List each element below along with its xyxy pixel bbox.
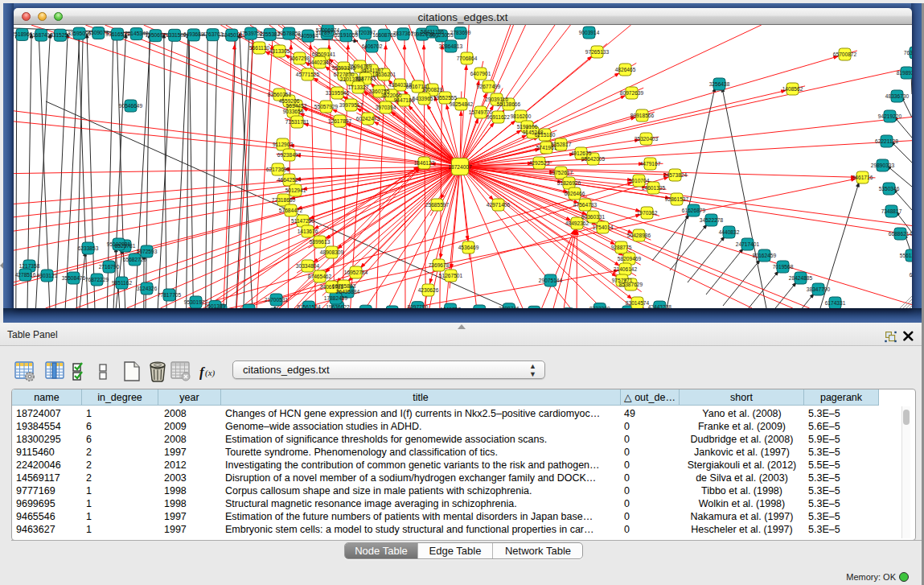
svg-text:4440832: 4440832 [719,229,740,235]
svg-text:1413676: 1413676 [298,229,318,234]
svg-text:98254842: 98254842 [450,101,474,107]
svg-text:97265133: 97265133 [585,49,610,55]
svg-text:4536469: 4536469 [458,245,479,250]
svg-text:6406702: 6406702 [362,43,383,49]
svg-text:95642005: 95642005 [581,156,606,162]
svg-text:65682720: 65682720 [123,257,147,262]
svg-text:4912675: 4912675 [571,150,592,156]
svg-text:4303121: 4303121 [37,273,58,278]
svg-text:51826926: 51826926 [557,180,581,186]
svg-text:29075144: 29075144 [539,278,563,283]
svg-text:57684472: 57684472 [279,208,303,213]
svg-text:92861537: 92861537 [665,196,689,202]
svg-text:1713327: 1713327 [348,84,369,90]
svg-text:14601335: 14601335 [642,185,666,191]
svg-text:64402340: 64402340 [308,60,332,65]
svg-text:21406142: 21406142 [614,266,638,272]
svg-text:4278516: 4278516 [15,272,36,278]
svg-text:9816200: 9816200 [511,113,532,119]
svg-text:7348817: 7348817 [881,208,902,214]
svg-text:4763703: 4763703 [203,31,224,37]
svg-text:5198106: 5198106 [517,124,538,130]
svg-text:19752617: 19752617 [549,170,573,175]
svg-text:4230626: 4230626 [418,287,439,293]
svg-text:1946757: 1946757 [440,307,461,309]
svg-text:9461716: 9461716 [852,175,873,180]
svg-text:66725883: 66725883 [332,283,356,289]
svg-text:55138666: 55138666 [497,101,521,107]
svg-text:58209469: 58209469 [618,256,642,262]
svg-text:24717401: 24717401 [736,241,760,247]
svg-text:4292523: 4292523 [529,160,550,166]
svg-text:92677499: 92677499 [477,84,501,89]
svg-text:50428986: 50428986 [627,233,651,238]
svg-text:71531781: 71531781 [285,119,310,125]
svg-text:3067298: 3067298 [290,56,310,61]
svg-text:7369678: 7369678 [429,262,450,268]
svg-text:91561534: 91561534 [297,304,321,308]
svg-text:3601389: 3601389 [205,303,226,308]
svg-text:1217358: 1217358 [19,263,40,269]
svg-text:60242473: 60242473 [356,116,380,122]
svg-text:25685597: 25685597 [425,202,450,208]
svg-text:48492362: 48492362 [565,220,589,226]
svg-text:9003914: 9003914 [579,30,600,35]
svg-text:2716790: 2716790 [99,264,120,270]
svg-text:6026466: 6026466 [565,191,585,196]
svg-text:16952784: 16952784 [344,270,368,275]
svg-text:85387629: 85387629 [619,282,643,287]
svg-text:83560351: 83560351 [268,92,292,97]
svg-text:48908309: 48908309 [320,249,344,255]
svg-text:57006974: 57006974 [316,27,340,33]
svg-text:6215180: 6215180 [535,132,556,138]
svg-text:3124326: 3124326 [137,286,158,291]
svg-text:95102931: 95102931 [107,241,131,247]
svg-text:6407901: 6407901 [470,71,491,76]
svg-text:35320403: 35320403 [634,136,659,142]
svg-text:59182411: 59182411 [237,307,261,308]
svg-text:18724007: 18724007 [448,164,472,170]
svg-text:4313305: 4313305 [269,48,290,54]
svg-text:5634452: 5634452 [286,103,307,109]
svg-text:42971406: 42971406 [487,202,511,208]
svg-text:6174331: 6174331 [825,300,846,306]
svg-text:21700531: 21700531 [265,297,289,303]
svg-text:(x): (x) [205,368,216,378]
svg-text:29890333: 29890333 [871,163,895,168]
svg-text:5186316: 5186316 [469,308,490,309]
svg-text:19552555: 19552555 [433,95,458,101]
svg-text:5012941: 5012941 [285,187,306,193]
svg-text:76385021: 76385021 [904,50,912,56]
svg-text:3000828: 3000828 [422,87,443,93]
svg-text:3970394: 3970394 [376,105,396,110]
svg-text:1408562: 1408562 [782,86,803,92]
svg-text:55057929: 55057929 [314,104,339,109]
svg-text:1754014: 1754014 [593,225,614,230]
svg-text:90546649: 90546649 [119,103,143,109]
svg-text:5672593: 5672593 [137,249,158,254]
svg-text:9851162: 9851162 [112,280,133,286]
svg-text:38347790: 38347790 [807,286,831,292]
svg-text:65700872: 65700872 [833,51,857,57]
svg-text:4559206: 4559206 [279,98,300,104]
svg-text:8733209: 8733209 [589,306,610,308]
svg-text:24573824: 24573824 [663,172,688,178]
svg-text:33195946: 33195946 [326,90,350,96]
svg-text:45771525: 45771525 [296,72,320,77]
svg-text:66886214: 66886214 [889,231,912,237]
svg-text:34522278: 34522278 [700,217,724,223]
svg-text:5350346: 5350346 [879,186,900,192]
svg-text:39979517: 39979517 [339,102,363,108]
svg-text:9112903: 9112903 [273,142,294,147]
svg-text:47564783: 47564783 [573,202,598,208]
svg-text:17882489: 17882489 [324,295,348,301]
svg-text:60961055: 60961055 [910,272,912,278]
svg-text:7019568: 7019568 [773,264,794,270]
svg-text:83014574: 83014574 [626,300,650,306]
svg-text:5010704: 5010704 [629,178,650,183]
svg-text:76872229: 76872229 [85,277,109,282]
svg-text:9288775: 9288775 [611,245,632,250]
svg-text:2783699: 2783699 [450,30,471,35]
svg-text:28424885: 28424885 [789,275,813,281]
svg-text:1970362: 1970362 [637,210,658,216]
